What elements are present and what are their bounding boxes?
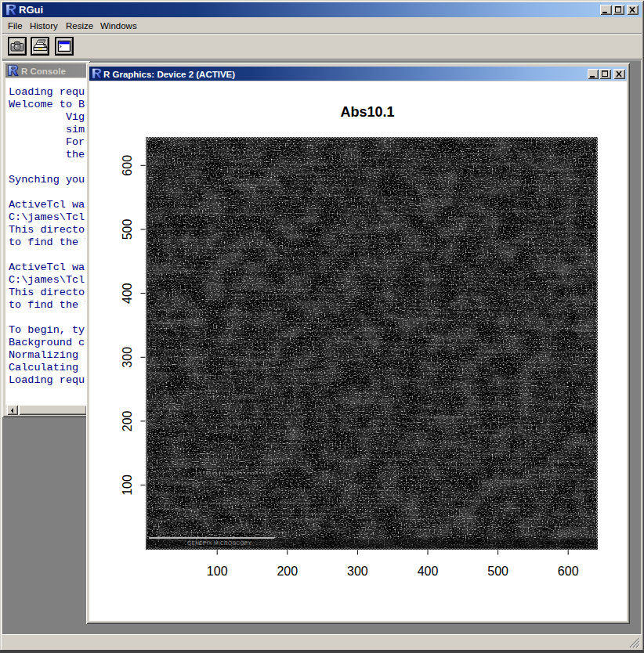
- svg-text:100: 100: [207, 565, 228, 578]
- svg-text:200: 200: [277, 565, 298, 578]
- svg-text:400: 400: [418, 565, 439, 578]
- svg-text:200: 200: [121, 410, 134, 431]
- svg-text:600: 600: [558, 565, 579, 578]
- svg-text:300: 300: [347, 565, 368, 578]
- svg-text:500: 500: [487, 565, 508, 578]
- svg-text:400: 400: [121, 283, 134, 304]
- svg-text:100: 100: [121, 474, 134, 496]
- svg-text:600: 600: [121, 155, 134, 176]
- svg-text:300: 300: [121, 347, 134, 368]
- svg-text:500: 500: [121, 219, 134, 240]
